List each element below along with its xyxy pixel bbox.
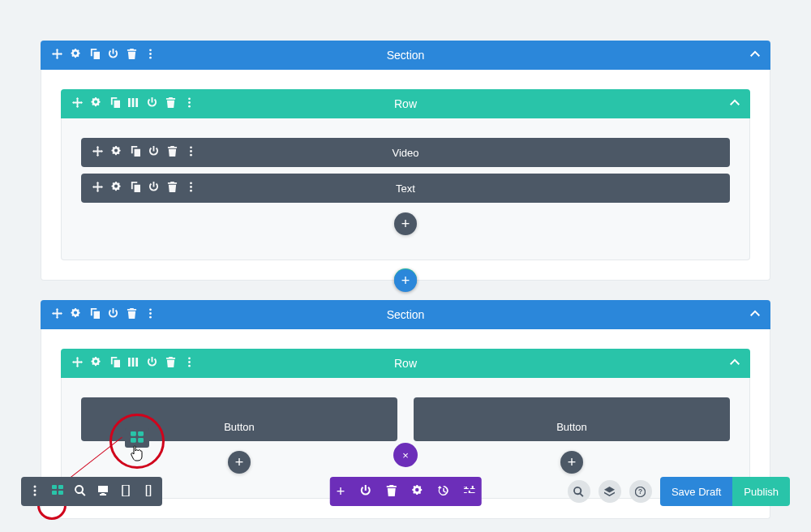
module-button[interactable]: Button [81,397,397,441]
power-icon[interactable] [148,146,159,159]
move-icon[interactable] [92,146,103,159]
save-draft-button[interactable]: Save Draft [660,477,732,506]
module-text[interactable]: Text [81,174,730,203]
more-icon[interactable] [29,485,41,499]
move-icon[interactable] [52,49,62,62]
more-icon[interactable] [184,357,195,370]
layers-button[interactable] [599,480,621,503]
move-icon[interactable] [92,182,103,195]
power-icon[interactable] [359,485,371,499]
move-icon[interactable] [72,97,83,110]
trash-icon[interactable] [165,97,176,110]
gear-icon[interactable] [71,308,81,321]
module-label: Button [224,421,255,433]
trash-icon[interactable] [127,308,137,321]
move-icon[interactable] [72,357,83,370]
gear-icon[interactable] [111,182,122,195]
module-video[interactable]: Video [81,138,730,167]
collapse-button[interactable] [749,49,761,62]
row-header[interactable]: Row [61,89,750,118]
duplicate-icon[interactable] [109,97,120,110]
publish-button[interactable]: Publish [732,477,790,506]
add-module-button[interactable]: + [560,451,583,474]
view-toolbar [21,477,162,506]
gear-icon[interactable] [71,49,81,62]
trash-icon[interactable] [167,182,178,195]
right-toolbar: Save Draft Publish [568,477,790,506]
add-icon[interactable]: + [337,483,345,500]
help-button[interactable] [629,480,652,503]
collapse-button[interactable] [749,308,761,322]
section-body: Row Video [41,70,770,281]
zoom-icon[interactable] [75,485,86,499]
module-label: Button [556,421,587,433]
columns-icon[interactable] [128,357,139,370]
more-icon[interactable] [186,146,196,159]
history-icon[interactable] [437,485,448,499]
power-icon[interactable] [147,97,157,110]
phone-icon[interactable] [143,485,154,499]
more-icon[interactable] [145,308,156,321]
power-icon[interactable] [108,49,118,62]
duplicate-icon[interactable] [109,357,120,370]
row-body: Video Text + [61,118,750,260]
module-button[interactable]: Button [414,397,730,441]
power-icon[interactable] [147,357,157,370]
section-header[interactable]: Section [41,300,770,329]
section-1: Section Row [41,41,770,281]
duplicate-icon[interactable] [130,182,140,195]
columns-icon[interactable] [128,97,139,110]
row-1: Row Video [61,89,750,260]
add-module-button[interactable]: + [394,212,417,235]
trash-icon[interactable] [165,357,176,370]
sliders-icon[interactable] [463,485,474,499]
column-2: Button + [414,397,730,474]
trash-icon[interactable] [167,146,178,159]
row-header[interactable]: Row [61,349,750,378]
duplicate-icon[interactable] [89,308,100,321]
tablet-icon[interactable] [120,485,131,499]
section-header[interactable]: Section [41,41,770,70]
page-settings-bar: + [330,477,482,506]
add-module-button[interactable]: + [228,451,251,474]
duplicate-icon[interactable] [130,146,140,159]
more-icon[interactable] [145,49,156,62]
power-icon[interactable] [108,308,118,321]
gear-icon[interactable] [111,146,122,159]
power-icon[interactable] [148,182,159,195]
desktop-icon[interactable] [97,485,109,499]
search-button[interactable] [568,480,590,503]
gear-icon[interactable] [91,97,101,110]
close-button[interactable]: × [393,443,418,467]
duplicate-icon[interactable] [89,49,100,62]
more-icon[interactable] [186,182,196,195]
gear-icon[interactable] [91,357,101,370]
wireframe-icon[interactable] [52,485,63,499]
gear-icon[interactable] [411,485,423,499]
trash-icon[interactable] [127,49,137,62]
more-icon[interactable] [184,97,195,110]
move-icon[interactable] [52,308,62,321]
collapse-button[interactable] [729,97,740,111]
trash-icon[interactable] [385,485,397,499]
column-1: Button + [81,397,397,474]
collapse-button[interactable] [729,357,740,371]
add-section-button[interactable]: + [394,269,417,292]
